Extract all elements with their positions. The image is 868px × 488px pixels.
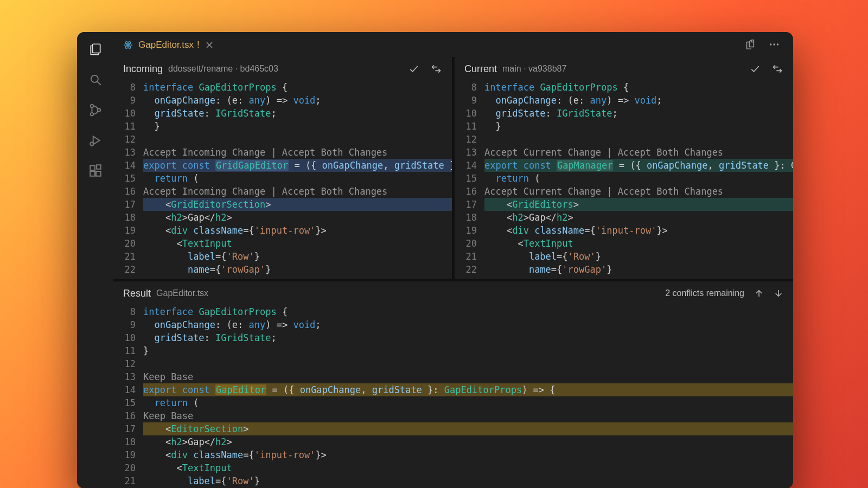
line-number: 11 [113, 344, 143, 357]
code-line[interactable]: <h2>Gap</h2> [143, 211, 452, 224]
code-line[interactable]: } [143, 120, 452, 133]
code-line[interactable] [484, 133, 793, 146]
code-line[interactable]: } [143, 344, 793, 357]
code-line[interactable]: onGapChange: (e: any) => void; [143, 318, 793, 331]
arrow-down-icon[interactable] [774, 288, 783, 298]
line-number: 13 [455, 146, 484, 159]
code-line[interactable]: gridState: IGridState; [484, 107, 793, 120]
result-pane: Result GapEditor.tsx 2 conflicts remaini… [113, 279, 793, 488]
codelens-action[interactable]: Accept Incoming Change | Accept Both Cha… [143, 185, 452, 198]
line-number: 21 [113, 250, 143, 263]
svg-point-19 [773, 43, 775, 45]
code-line[interactable]: label={'Row'} [143, 250, 452, 263]
incoming-code[interactable]: 8interface GapEditorProps {9 onGapChange… [113, 81, 452, 279]
code-line[interactable]: gridState: IGridState; [143, 107, 452, 120]
code-line[interactable]: } [484, 120, 793, 133]
codelens-action[interactable]: Accept Current Change | Accept Both Chan… [484, 185, 793, 198]
line-number: 15 [113, 396, 143, 409]
code-line[interactable] [143, 133, 452, 146]
svg-point-3 [90, 105, 93, 107]
line-number: 19 [113, 224, 143, 237]
conflicts-remaining: 2 conflicts remaining [665, 288, 744, 298]
code-line[interactable]: onGapChange: (e: any) => void; [143, 94, 452, 107]
line-number: 22 [113, 263, 143, 276]
code-line[interactable]: interface GapEditorProps { [484, 81, 793, 94]
codelens-action[interactable]: Keep Base [143, 409, 793, 422]
code-line[interactable]: gridState: IGridState; [143, 331, 793, 344]
source-control-icon[interactable] [88, 102, 103, 118]
codelens-action[interactable]: Accept Incoming Change | Accept Both Cha… [143, 146, 452, 159]
code-line[interactable]: return ( [143, 396, 793, 409]
line-number: 10 [113, 107, 143, 120]
accept-icon[interactable] [409, 63, 419, 74]
current-branch-info: main · va938b87 [502, 64, 566, 74]
extensions-icon[interactable] [88, 163, 103, 178]
accept-icon[interactable] [750, 63, 761, 74]
result-code[interactable]: 8interface GapEditorProps {9 onGapChange… [113, 305, 793, 488]
line-number: 20 [113, 237, 143, 250]
editor-main: GapEditor.tsx ! [113, 32, 793, 488]
code-line[interactable]: <TextInput [143, 237, 452, 250]
code-line[interactable] [143, 357, 793, 370]
code-line[interactable]: <GridEditors> [484, 198, 793, 211]
run-debug-icon[interactable] [88, 133, 103, 148]
code-line[interactable]: export const GapManager = ({ onGapChange… [484, 159, 793, 172]
line-number: 18 [113, 211, 143, 224]
line-number: 13 [113, 370, 143, 383]
line-number: 17 [455, 198, 484, 211]
merge-top-split: Incoming ddossett/rename · bd465c03 [113, 57, 793, 279]
svg-point-1 [91, 75, 98, 82]
code-line[interactable]: interface GapEditorProps { [143, 81, 452, 94]
current-code[interactable]: 8interface GapEditorProps {9 onGapChange… [455, 81, 793, 279]
swap-icon[interactable] [430, 63, 442, 74]
code-line[interactable]: return ( [143, 172, 452, 185]
search-icon[interactable] [88, 72, 103, 87]
code-line[interactable]: return ( [484, 172, 793, 185]
code-line[interactable]: onGapChange: (e: any) => void; [484, 94, 793, 107]
code-line[interactable]: <div className={'input-row'}> [143, 224, 452, 237]
line-number: 19 [113, 448, 143, 461]
line-number: 15 [113, 172, 143, 185]
more-icon[interactable] [768, 38, 780, 50]
diff-files-icon[interactable] [744, 38, 756, 50]
code-line[interactable]: <h2>Gap</h2> [143, 435, 793, 448]
code-line[interactable]: <h2>Gap</h2> [484, 211, 793, 224]
line-number: 19 [455, 224, 484, 237]
close-icon[interactable] [205, 41, 214, 49]
code-line[interactable]: <TextInput [484, 237, 793, 250]
code-line[interactable]: label={'Row'} [484, 250, 793, 263]
code-line[interactable]: export const GridGapEditor = ({ onGapCha… [143, 159, 452, 172]
explorer-icon[interactable] [88, 42, 103, 57]
code-line[interactable]: label={'Row'} [143, 474, 793, 487]
codelens-action[interactable]: Accept Current Change | Accept Both Chan… [484, 146, 793, 159]
line-number: 9 [113, 318, 143, 331]
line-number: 18 [113, 435, 143, 448]
codelens-action[interactable]: Keep Base [143, 370, 793, 383]
code-line[interactable]: <div className={'input-row'}> [484, 224, 793, 237]
tabs-row: GapEditor.tsx ! [113, 32, 793, 57]
code-line[interactable]: <GridEditorSection> [143, 198, 452, 211]
code-line[interactable]: <TextInput [143, 461, 793, 474]
swap-icon[interactable] [771, 63, 783, 74]
line-number: 12 [113, 133, 143, 146]
code-line[interactable]: interface GapEditorProps { [143, 305, 793, 318]
code-line[interactable]: <div className={'input-row'}> [143, 448, 793, 461]
modified-indicator: ! [197, 40, 200, 50]
line-number: 11 [113, 120, 143, 133]
tab-label: GapEditor.tsx [138, 40, 194, 50]
code-line[interactable]: export const GapEditor = ({ onGapChange,… [143, 383, 793, 396]
code-line[interactable]: name={'rowGap'} [484, 263, 793, 276]
svg-point-20 [777, 43, 778, 45]
line-number: 8 [113, 305, 143, 318]
code-line[interactable]: <EditorSection> [143, 422, 793, 435]
line-number: 9 [113, 94, 143, 107]
code-line[interactable]: name={'rowGap'} [143, 263, 452, 276]
line-number: 12 [455, 133, 484, 146]
react-icon [123, 40, 133, 50]
tab-gap-editor[interactable]: GapEditor.tsx ! [113, 32, 221, 57]
svg-point-12 [127, 44, 129, 46]
tab-actions [744, 38, 793, 50]
arrow-up-icon[interactable] [754, 288, 764, 298]
line-number: 16 [113, 185, 143, 198]
vscode-window: GapEditor.tsx ! [77, 32, 793, 488]
